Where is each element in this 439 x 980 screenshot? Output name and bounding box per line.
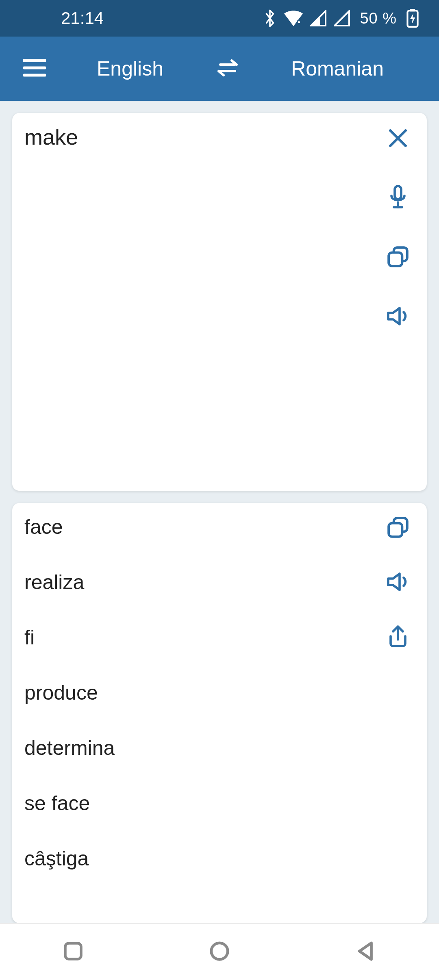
status-bar: 21:14 50 % — [0, 0, 439, 37]
results-actions — [384, 515, 412, 648]
svg-rect-13 — [389, 523, 402, 537]
svg-rect-3 — [410, 9, 415, 11]
share-results-button[interactable] — [384, 624, 412, 648]
share-icon — [387, 625, 409, 648]
microphone-icon — [388, 185, 408, 210]
swap-languages-button[interactable] — [207, 50, 248, 87]
svg-rect-14 — [65, 943, 81, 959]
result-item[interactable]: se face — [24, 791, 415, 815]
speak-results-button[interactable] — [384, 570, 412, 594]
results-list: face realiza fi produce determina se fac… — [24, 515, 415, 870]
copy-icon — [387, 246, 409, 268]
svg-point-15 — [211, 943, 228, 959]
svg-rect-12 — [389, 253, 402, 266]
result-item[interactable]: produce — [24, 681, 415, 705]
result-item[interactable]: fi — [24, 626, 415, 649]
copy-icon — [387, 516, 409, 538]
app-bar: English Romanian — [0, 37, 439, 101]
result-item[interactable]: realiza — [24, 570, 415, 594]
bluetooth-icon — [263, 9, 277, 28]
battery-charging-icon — [406, 9, 419, 28]
results-card: face realiza fi produce determina se fac… — [12, 503, 427, 923]
content-area: make — [0, 101, 439, 923]
svg-point-1 — [298, 21, 300, 23]
speaker-icon — [387, 572, 409, 592]
menu-button[interactable] — [16, 50, 53, 87]
input-actions — [384, 126, 412, 328]
copy-input-button[interactable] — [384, 245, 412, 269]
result-item[interactable]: determina — [24, 736, 415, 760]
speaker-icon — [387, 306, 409, 326]
clear-input-button[interactable] — [384, 126, 412, 150]
target-language-button[interactable]: Romanian — [248, 57, 427, 80]
voice-input-button[interactable] — [384, 185, 412, 210]
navigation-bar — [0, 923, 439, 980]
nav-back-button[interactable] — [325, 932, 406, 972]
result-item[interactable]: câştiga — [24, 847, 415, 870]
nav-home-button[interactable] — [179, 932, 260, 972]
swap-icon — [215, 58, 240, 80]
copy-results-button[interactable] — [384, 515, 412, 540]
square-icon — [63, 941, 84, 963]
status-time: 21:14 — [61, 9, 104, 28]
triangle-back-icon — [355, 940, 377, 964]
status-indicators: 50 % — [263, 9, 419, 28]
signal-2-icon — [334, 10, 350, 26]
input-card: make — [12, 113, 427, 491]
speak-input-button[interactable] — [384, 304, 412, 328]
source-language-button[interactable]: English — [53, 57, 207, 80]
nav-recent-button[interactable] — [33, 932, 114, 972]
svg-rect-9 — [395, 186, 401, 199]
close-icon — [388, 128, 408, 148]
signal-1-icon — [310, 10, 326, 26]
result-item[interactable]: face — [24, 515, 415, 539]
source-text-input[interactable]: make — [24, 124, 78, 150]
battery-percent: 50 % — [360, 10, 397, 27]
hamburger-icon — [23, 59, 46, 78]
circle-icon — [209, 940, 230, 964]
wifi-icon — [284, 10, 303, 26]
